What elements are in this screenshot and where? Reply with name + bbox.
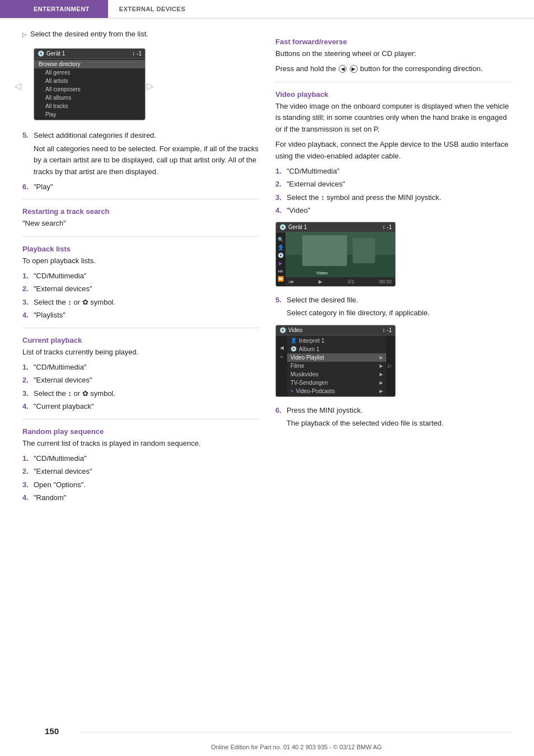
play-pause-icon: ▶ — [318, 279, 322, 284]
list-arrow-filme: ▶ — [380, 363, 383, 368]
list-back-icon: ◀ — [280, 345, 284, 351]
pl-step2-text: "External devices" — [34, 283, 92, 295]
cp-step1-num: 1. — [22, 362, 30, 373]
play-circle-icon: ▶ — [279, 260, 283, 266]
rand-step-2: 2. "External devices" — [22, 466, 259, 477]
section-playback-lists-heading: Playback lists — [22, 245, 259, 253]
device-video-controls: ⏮ ▶ 1/1 00:32 — [285, 277, 395, 286]
pl-step1-text: "CD/Multimedia" — [34, 270, 86, 282]
vid-step-6: 6. Press the MINI joystick. — [275, 405, 512, 416]
cp-step2-text: "External devices" — [34, 375, 92, 386]
device-list-cd-icon: 💿 — [279, 327, 286, 333]
pl-step3-text: Select the ↕ or ✿ symbol. — [34, 297, 115, 308]
device1-header: 💿 Gerät 1 ↕ -1 — [34, 49, 145, 59]
section-random-intro: The current list of tracks is played in … — [22, 438, 259, 450]
video-image-area: Video — [285, 232, 395, 277]
device1-artists-label: All artists — [45, 78, 68, 84]
list-mv-label: Musikvideo — [291, 371, 318, 377]
svg-rect-3 — [353, 238, 375, 263]
list-row-album: 💿 Album 1 — [287, 345, 386, 353]
device1-left-arrow-icon[interactable]: ◁ — [15, 80, 21, 91]
vid-step5-text: Select the desired file. — [287, 295, 358, 306]
list-interpret-label: Interpret 1 — [299, 338, 325, 344]
forward-icon: ▶ — [350, 65, 358, 73]
pod-icon: ● — [291, 388, 293, 394]
divider-3 — [22, 328, 259, 328]
device1-row-play: Play — [34, 110, 145, 119]
device1-composers-label: All composers — [45, 86, 81, 92]
divider-4 — [22, 419, 259, 419]
cp-step1-text: "CD/Multimedia" — [34, 362, 86, 373]
list-row-tv-left: TV-Sendungen — [291, 380, 328, 386]
device-video-cd-icon: 💿 — [279, 224, 286, 230]
cp-step4-text: "Current playback" — [34, 401, 94, 412]
device1-row-browse: Browse directory — [34, 60, 145, 68]
list-album-label: Album 1 — [299, 346, 320, 352]
tab-entertainment[interactable]: ENTERTAINMENT — [0, 0, 106, 18]
list-row-pods-left: ● Video-Podcasts — [291, 388, 335, 394]
right-column: Fast forward/reverse Buttons on the stee… — [275, 30, 512, 715]
device-list-nav-icons: ◀ ● — [276, 335, 287, 396]
device1-play-label: Play — [45, 111, 56, 118]
vid-step5-detail: Select category in file directory, if ap… — [287, 307, 512, 319]
rand-step3-text: Open "Options". — [34, 479, 86, 491]
device1-title: Gerät 1 — [46, 50, 65, 57]
list-arrow-pods: ▶ — [380, 389, 383, 394]
video-steps-1: 1. "CD/Multimedia" 2. "External devices"… — [275, 166, 512, 216]
vid-step4-num: 4. — [275, 205, 283, 216]
device1-right-arrow-icon[interactable]: ▷ — [147, 80, 153, 91]
select-entry-text: Select the desired entry from the list. — [30, 30, 148, 38]
rand-step4-num: 4. — [22, 492, 30, 503]
section-restarting-heading: Restarting a track search — [22, 207, 259, 216]
divider-right-1 — [275, 82, 512, 82]
device-list-header-left: 💿 Video — [279, 327, 302, 333]
tab-external-label: EXTERNAL DEVICES — [119, 6, 185, 12]
device-video-header-right: ↕ -1 — [382, 224, 392, 230]
step5-detail: Not all categories need to be selected. … — [34, 143, 259, 178]
vid-step-1: 1. "CD/Multimedia" — [275, 166, 512, 177]
video-para2: For video playback, connect the Apple de… — [275, 139, 512, 162]
list-vp-label: Video Playlist — [291, 354, 324, 361]
list-pods-label: Video-Podcasts — [296, 388, 335, 394]
svg-rect-2 — [302, 235, 347, 266]
playback-lists-steps: 1. "CD/Multimedia" 2. "External devices"… — [22, 270, 259, 321]
device1-browse-label: Browse directory — [39, 61, 80, 67]
section-video-heading: Video playback — [275, 90, 512, 99]
rewind-icon: ◀ — [339, 65, 346, 73]
cd-icon: 💿 — [278, 253, 284, 258]
list-cd-icon: ● — [280, 354, 283, 360]
step6-text: "Play" — [34, 181, 53, 193]
section-fast-forward-heading: Fast forward/reverse — [275, 38, 512, 46]
device1-row-albums: All albums — [34, 94, 145, 102]
device1-tracks-label: All tracks — [45, 103, 68, 109]
tab-external-devices[interactable]: EXTERNAL DEVICES — [106, 0, 196, 18]
cp-step4-num: 4. — [22, 401, 30, 412]
rand-step-4: 4. "Random" — [22, 492, 259, 503]
steps-list-1: 5. Select additional categories if desir… — [22, 130, 259, 141]
vid-step1-num: 1. — [275, 166, 283, 177]
device1-row-genres: All genres — [34, 68, 145, 77]
device1-rows: Browse directory All genres All artists … — [34, 59, 145, 120]
vid-step3-text: Select the ↕ symbol and press the MINI j… — [287, 192, 441, 203]
cp-step3-text: Select the ↕ or ✿ symbol. — [34, 388, 115, 399]
pl-step4-num: 4. — [22, 310, 30, 321]
list-row-filme: Filme ▶ — [287, 362, 386, 370]
device-video-body: 🔍 👤 💿 ▶ ⏭ ⏩ — [276, 232, 395, 286]
vid-step1-text: "CD/Multimedia" — [287, 166, 339, 177]
vid-step-3: 3. Select the ↕ symbol and press the MIN… — [275, 192, 512, 203]
cp-step-1: 1. "CD/Multimedia" — [22, 362, 259, 373]
device1-row-tracks: All tracks — [34, 102, 145, 110]
device1-cd-icon: 💿 — [38, 50, 44, 57]
device-list-rows: 👤 Interpret 1 💿 Album 1 — [287, 335, 386, 396]
list-row-musikvideo: Musikvideo ▶ — [287, 370, 386, 379]
list-row-mv-left: Musikvideo — [291, 371, 318, 377]
video-counter: 1/1 — [348, 279, 355, 284]
vid-step6-detail: The playback of the selected video file … — [287, 418, 512, 430]
playback-step-4: 4. "Playlists" — [22, 310, 259, 321]
section-random-heading: Random play sequence — [22, 427, 259, 436]
pl-step1-num: 1. — [22, 270, 30, 282]
section-restarting-body: "New search" — [22, 218, 259, 230]
playback-step-3: 3. Select the ↕ or ✿ symbol. — [22, 297, 259, 308]
cp-step3-num: 3. — [22, 388, 30, 399]
list-arrow-tv: ▶ — [380, 380, 383, 385]
